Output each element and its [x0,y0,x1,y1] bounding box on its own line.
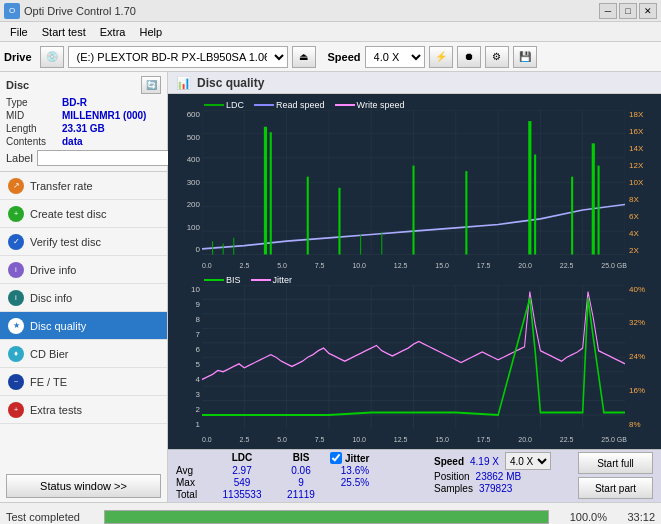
avg-jitter: 13.6% [330,465,380,476]
window-controls: ─ □ ✕ [599,3,657,19]
menu-file[interactable]: File [4,25,34,39]
type-label: Type [6,97,58,108]
stats-header: LDC BIS Jitter [176,452,410,464]
cd-bier-label: CD Bier [30,348,69,360]
action-buttons: Start full Start part [578,452,653,499]
speed-stat-label: Speed [434,456,464,467]
bis-legend: BIS [204,275,241,285]
disc-info-icon: i [8,290,24,306]
start-full-button[interactable]: Start full [578,452,653,474]
bis-legend-color [204,279,224,281]
drive-icon-btn[interactable]: 💿 [40,46,64,68]
create-test-disc-icon: + [8,206,24,222]
sidebar-item-fe-te[interactable]: ~ FE / TE [0,368,167,396]
total-ldc: 1135533 [212,489,272,500]
main-layout: Disc 🔄 Type BD-R MID MILLENMR1 (000) Len… [0,72,661,502]
close-button[interactable]: ✕ [639,3,657,19]
x-labels-upper: 0.0 2.5 5.0 7.5 10.0 12.5 15.0 17.5 20.0… [202,262,627,269]
type-value: BD-R [62,97,87,108]
total-label: Total [176,489,208,500]
jitter-checkbox[interactable] [330,452,342,464]
drive-select[interactable]: (E:) PLEXTOR BD-R PX-LB950SA 1.06 [68,46,288,68]
verify-test-disc-label: Verify test disc [30,236,101,248]
write-speed-legend: Write speed [335,100,405,110]
ldc-legend-label: LDC [226,100,244,110]
transfer-rate-icon: ↗ [8,178,24,194]
avg-label: Avg [176,465,208,476]
samples-label: Samples [434,483,473,494]
sidebar-item-drive-info[interactable]: i Drive info [0,256,167,284]
ldc-col-header: LDC [212,452,272,464]
ldc-legend: LDC [204,100,244,110]
start-part-button[interactable]: Start part [578,477,653,499]
position-value: 23862 MB [476,471,522,482]
disc-panel-title: Disc [6,79,29,91]
menu-extra[interactable]: Extra [94,25,132,39]
speed-stat-value: 4.19 X [470,456,499,467]
write-speed-legend-color [335,104,355,106]
y-axis-left-upper: 600 500 400 300 200 100 0 [172,110,202,255]
jitter-legend: Jitter [251,275,293,285]
total-bis: 21119 [276,489,326,500]
sidebar-item-transfer-rate[interactable]: ↗ Transfer rate [0,172,167,200]
disc-refresh-btn[interactable]: 🔄 [141,76,161,94]
maximize-button[interactable]: □ [619,3,637,19]
sidebar-item-disc-info[interactable]: i Disc info [0,284,167,312]
create-test-disc-label: Create test disc [30,208,106,220]
mid-value: MILLENMR1 (000) [62,110,146,121]
speed-stat-select[interactable]: 4.0 X [505,452,551,470]
sidebar-item-extra-tests[interactable]: + Extra tests [0,396,167,424]
record-btn[interactable]: ⏺ [457,46,481,68]
stats-max-row: Max 549 9 25.5% [176,477,410,488]
status-window-button[interactable]: Status window >> [6,474,161,498]
sidebar-item-create-test-disc[interactable]: + Create test disc [0,200,167,228]
stats-bar: LDC BIS Jitter Avg 2.97 0.06 13.6% Max [168,449,661,502]
menu-help[interactable]: Help [133,25,168,39]
sidebar: Disc 🔄 Type BD-R MID MILLENMR1 (000) Len… [0,72,168,502]
settings-btn[interactable]: ⚙ [485,46,509,68]
menu-start-test[interactable]: Start test [36,25,92,39]
contents-value: data [62,136,83,147]
progress-bar-fill [105,511,548,523]
app-icon: O [4,3,20,19]
extra-tests-label: Extra tests [30,404,82,416]
save-btn[interactable]: 💾 [513,46,537,68]
read-speed-legend: Read speed [254,100,325,110]
eject-button[interactable]: ⏏ [292,46,316,68]
chart-header-icon: 📊 [176,76,191,90]
total-jitter [330,489,380,500]
disc-label-input[interactable] [37,150,170,166]
verify-test-disc-icon: ✓ [8,234,24,250]
speed-icon-btn[interactable]: ⚡ [429,46,453,68]
contents-label: Contents [6,136,58,147]
main-content: 📊 Disc quality LDC Read speed [168,72,661,502]
speed-row: Speed 4.19 X 4.0 X [434,452,554,470]
extra-tests-icon: + [8,402,24,418]
y-axis-left-lower: 10 9 8 7 6 5 4 3 2 1 [172,285,202,430]
drive-info-icon: i [8,262,24,278]
max-bis: 9 [276,477,326,488]
stats-table: LDC BIS Jitter Avg 2.97 0.06 13.6% Max [176,452,410,500]
bis-legend-label: BIS [226,275,241,285]
drive-toolbar: Drive 💿 (E:) PLEXTOR BD-R PX-LB950SA 1.0… [0,42,661,72]
jitter-legend-label: Jitter [273,275,293,285]
disc-quality-label: Disc quality [30,320,86,332]
samples-value: 379823 [479,483,512,494]
cd-bier-icon: ♦ [8,346,24,362]
charts-container: LDC Read speed Write speed 600 500 400 [168,94,661,449]
speed-select[interactable]: 4.0 X 2.0 X 1.0 X [365,46,425,68]
minimize-button[interactable]: ─ [599,3,617,19]
sidebar-item-cd-bier[interactable]: ♦ CD Bier [0,340,167,368]
drive-label: Drive [4,51,32,63]
nav-items: ↗ Transfer rate + Create test disc ✓ Ver… [0,172,167,424]
chart-panel-title: Disc quality [197,76,264,90]
jitter-col-header: Jitter [345,453,369,464]
sidebar-item-verify-test-disc[interactable]: ✓ Verify test disc [0,228,167,256]
stats-total-row: Total 1135533 21119 [176,489,410,500]
bis-col-header: BIS [276,452,326,464]
sidebar-item-disc-quality[interactable]: ★ Disc quality [0,312,167,340]
chart-panel-header: 📊 Disc quality [168,72,661,94]
fe-te-label: FE / TE [30,376,67,388]
jitter-check-container: Jitter [330,452,369,464]
disc-label-label: Label [6,152,33,164]
